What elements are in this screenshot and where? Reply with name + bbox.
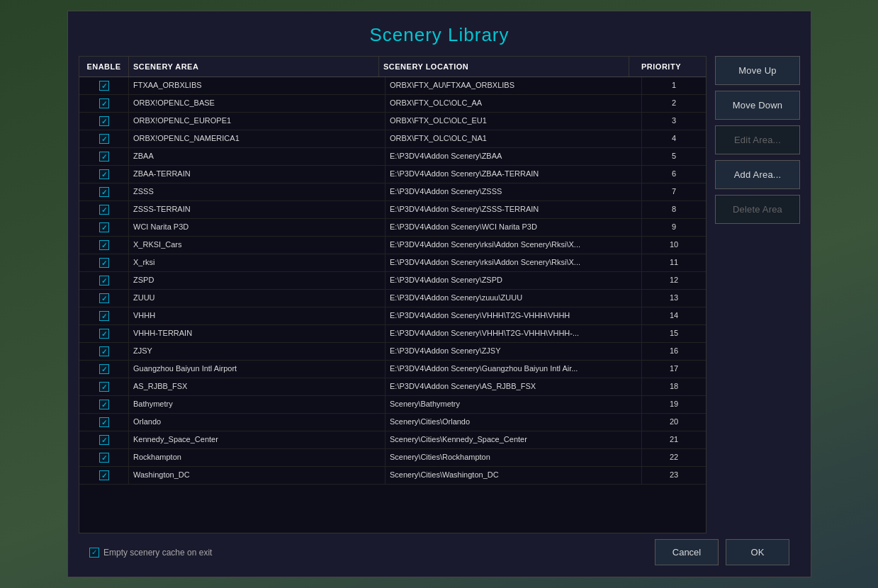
row-checkbox[interactable] [99, 205, 109, 215]
row-priority-cell: 8 [642, 201, 706, 218]
row-enable-cell [79, 343, 129, 360]
row-location-cell: Scenery\Cities\Washington_DC [385, 467, 642, 484]
row-checkbox[interactable] [99, 364, 109, 374]
row-checkbox[interactable] [99, 258, 109, 268]
row-location-cell: E:\P3DV4\Addon Scenery\ZSSS [385, 183, 642, 200]
cancel-button[interactable]: Cancel [655, 539, 719, 565]
row-priority-cell: 5 [642, 148, 706, 165]
row-checkbox[interactable] [99, 98, 109, 108]
row-priority-cell: 3 [642, 113, 706, 130]
row-priority-cell: 7 [642, 183, 706, 200]
row-location-cell: E:\P3DV4\Addon Scenery\rksi\Addon Scener… [385, 254, 642, 271]
col-priority: PRIORITY [629, 57, 693, 77]
ok-button[interactable]: OK [726, 539, 789, 565]
row-enable-cell [79, 361, 129, 378]
cache-option: Empty scenery cache on exit [89, 548, 212, 558]
row-checkbox[interactable] [99, 417, 109, 427]
edit-area-button[interactable]: Edit Area... [715, 125, 800, 154]
row-location-cell: ORBX\FTX_OLC\OLC_AA [385, 95, 642, 112]
row-location-cell: Scenery\Cities\Rockhampton [385, 449, 642, 466]
table-row[interactable]: VHHH E:\P3DV4\Addon Scenery\VHHH\T2G-VHH… [79, 307, 706, 325]
col-scenery-area: SCENERY AREA [129, 57, 379, 77]
table-row[interactable]: ZBAA-TERRAIN E:\P3DV4\Addon Scenery\ZBAA… [79, 166, 706, 183]
table-row[interactable]: X_RKSI_Cars E:\P3DV4\Addon Scenery\rksi\… [79, 237, 706, 254]
row-enable-cell [79, 325, 129, 342]
row-enable-cell [79, 201, 129, 218]
scenery-library-modal: Scenery Library ENABLE SCENERY AREA SCEN… [67, 11, 811, 577]
table-row[interactable]: ZBAA E:\P3DV4\Addon Scenery\ZBAA 5 [79, 148, 706, 166]
row-priority-cell: 21 [642, 431, 706, 448]
row-location-cell: ORBX\FTX_OLC\OLC_EU1 [385, 113, 642, 130]
row-checkbox[interactable] [99, 152, 109, 162]
table-row[interactable]: Washington_DC Scenery\Cities\Washington_… [79, 467, 706, 485]
row-area-cell: X_rksi [129, 254, 385, 271]
row-checkbox[interactable] [99, 187, 109, 197]
table-row[interactable]: ZJSY E:\P3DV4\Addon Scenery\ZJSY 16 [79, 343, 706, 361]
row-checkbox[interactable] [99, 240, 109, 250]
cache-checkbox[interactable] [89, 548, 99, 558]
table-row[interactable]: WCI Narita P3D E:\P3DV4\Addon Scenery\WC… [79, 219, 706, 237]
row-checkbox[interactable] [99, 346, 109, 356]
row-checkbox[interactable] [99, 222, 109, 232]
table-body[interactable]: FTXAA_ORBXLIBS ORBX\FTX_AU\FTXAA_ORBXLIB… [79, 77, 706, 533]
row-checkbox[interactable] [99, 311, 109, 321]
row-location-cell: Scenery\Bathymetry [385, 396, 642, 413]
row-enable-cell [79, 183, 129, 200]
table-row[interactable]: ZSSS-TERRAIN E:\P3DV4\Addon Scenery\ZSSS… [79, 201, 706, 219]
table-row[interactable]: ZSPD E:\P3DV4\Addon Scenery\ZSPD 12 [79, 272, 706, 290]
row-checkbox[interactable] [99, 382, 109, 392]
row-checkbox[interactable] [99, 400, 109, 409]
table-row[interactable]: ORBX!OPENLC_NAMERICA1 ORBX\FTX_OLC\OLC_N… [79, 130, 706, 148]
row-checkbox[interactable] [99, 435, 109, 445]
table-row[interactable]: ZUUU E:\P3DV4\Addon Scenery\zuuu\ZUUU 13 [79, 290, 706, 307]
table-row[interactable]: ORBX!OPENLC_EUROPE1 ORBX\FTX_OLC\OLC_EU1… [79, 113, 706, 130]
col-scenery-location: SCENERY LOCATION [379, 57, 629, 77]
table-row[interactable]: FTXAA_ORBXLIBS ORBX\FTX_AU\FTXAA_ORBXLIB… [79, 77, 706, 95]
row-area-cell: WCI Narita P3D [129, 219, 385, 236]
row-area-cell: ZBAA-TERRAIN [129, 166, 385, 183]
table-row[interactable]: Bathymetry Scenery\Bathymetry 19 [79, 396, 706, 414]
row-location-cell: Scenery\Cities\Kennedy_Space_Center [385, 431, 642, 448]
table-row[interactable]: Kennedy_Space_Center Scenery\Cities\Kenn… [79, 431, 706, 449]
row-enable-cell [79, 254, 129, 271]
table-row[interactable]: AS_RJBB_FSX E:\P3DV4\Addon Scenery\AS_RJ… [79, 378, 706, 396]
row-area-cell: ZSSS [129, 183, 385, 200]
table-row[interactable]: ZSSS E:\P3DV4\Addon Scenery\ZSSS 7 [79, 183, 706, 201]
row-priority-cell: 17 [642, 361, 706, 378]
table-row[interactable]: ORBX!OPENLC_BASE ORBX\FTX_OLC\OLC_AA 2 [79, 95, 706, 113]
row-area-cell: VHHH-TERRAIN [129, 325, 385, 342]
row-location-cell: E:\P3DV4\Addon Scenery\WCI Narita P3D [385, 219, 642, 236]
table-row[interactable]: X_rksi E:\P3DV4\Addon Scenery\rksi\Addon… [79, 254, 706, 272]
row-checkbox[interactable] [99, 453, 109, 463]
row-area-cell: ZUUU [129, 290, 385, 307]
row-area-cell: X_RKSI_Cars [129, 237, 385, 254]
row-checkbox[interactable] [99, 470, 109, 480]
row-area-cell: ORBX!OPENLC_NAMERICA1 [129, 130, 385, 147]
table-row[interactable]: Rockhampton Scenery\Cities\Rockhampton 2… [79, 449, 706, 467]
table-row[interactable]: Guangzhou Baiyun Intl Airport E:\P3DV4\A… [79, 361, 706, 378]
row-checkbox[interactable] [99, 276, 109, 285]
row-location-cell: E:\P3DV4\Addon Scenery\ZSPD [385, 272, 642, 289]
row-location-cell: E:\P3DV4\Addon Scenery\ZJSY [385, 343, 642, 360]
move-down-button[interactable]: Move Down [715, 91, 800, 120]
delete-area-button[interactable]: Delete Area [715, 195, 800, 224]
row-enable-cell [79, 467, 129, 484]
row-checkbox[interactable] [99, 134, 109, 144]
row-checkbox[interactable] [99, 329, 109, 339]
table-row[interactable]: Orlando Scenery\Cities\Orlando 20 [79, 414, 706, 431]
table-row[interactable]: VHHH-TERRAIN E:\P3DV4\Addon Scenery\VHHH… [79, 325, 706, 343]
row-enable-cell [79, 307, 129, 324]
dialog-buttons: Cancel OK [655, 539, 789, 565]
row-checkbox[interactable] [99, 293, 109, 303]
row-location-cell: E:\P3DV4\Addon Scenery\ZBAA-TERRAIN [385, 166, 642, 183]
row-location-cell: ORBX\FTX_AU\FTXAA_ORBXLIBS [385, 77, 642, 94]
row-checkbox[interactable] [99, 169, 109, 179]
row-checkbox[interactable] [99, 81, 109, 91]
table-header: ENABLE SCENERY AREA SCENERY LOCATION PRI… [79, 57, 706, 77]
move-up-button[interactable]: Move Up [715, 56, 800, 85]
row-location-cell: E:\P3DV4\Addon Scenery\VHHH\T2G-VHHH\VHH… [385, 307, 642, 324]
row-priority-cell: 16 [642, 343, 706, 360]
row-enable-cell [79, 166, 129, 183]
row-checkbox[interactable] [99, 116, 109, 126]
add-area-button[interactable]: Add Area... [715, 160, 800, 189]
